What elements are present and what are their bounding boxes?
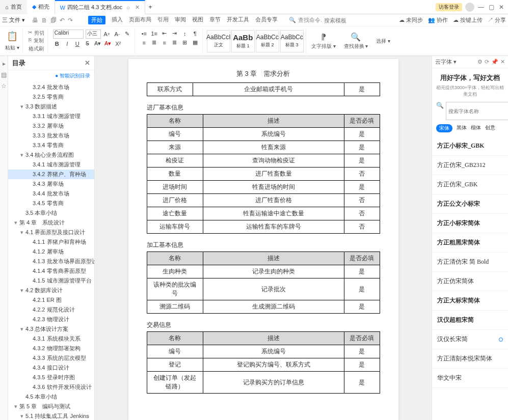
font-list-item[interactable]: 汉仪超粗宋简 [432, 311, 508, 330]
line-spacing-icon[interactable]: ↕ [181, 30, 189, 38]
italic-button[interactable]: I [63, 40, 71, 48]
indent-left-icon[interactable]: ⇤ [161, 30, 169, 38]
highlight-button[interactable]: A▾ [94, 40, 102, 48]
font-name-select[interactable]: Calibri [53, 30, 84, 39]
outline-item[interactable]: 3.4.5 零售商 [8, 199, 94, 208]
numbering-icon[interactable]: 1≡ [150, 30, 158, 38]
format-painter-label[interactable]: 格式刷 [29, 45, 44, 52]
font-color-button[interactable]: A▾ [104, 40, 112, 48]
outline-item[interactable]: 4.1.2 屠宰场 [8, 247, 94, 257]
outline-item[interactable]: 3.3.1 城市溯源管理 [8, 111, 94, 121]
preview-icon[interactable]: 🗐 [50, 17, 57, 24]
tab-home[interactable]: ⌂ 首页 [0, 0, 27, 14]
undo-icon[interactable]: ↶ [60, 17, 65, 24]
style-heading3[interactable]: AaBbCc标题 3 [280, 30, 304, 52]
outline-item[interactable]: ▾4.2 数据库设计 [8, 286, 94, 295]
outline-item[interactable]: 3.3.4 零售商 [8, 141, 94, 150]
tab-review[interactable]: 审阅 [175, 16, 186, 24]
copy-icon[interactable]: ⎘ [29, 37, 32, 44]
font-tab-creative[interactable]: 创意 [485, 124, 495, 132]
font-size-select[interactable]: 小三 [86, 30, 101, 39]
justify-icon[interactable]: ≣ [171, 39, 179, 47]
tab-pagelayout[interactable]: 页面布局 [129, 16, 151, 24]
sub-sup-button[interactable]: X² [114, 40, 122, 48]
font-list-item[interactable]: 方正仿宋_GB2312 [432, 156, 508, 175]
outline-item[interactable]: ▾3.3 数据描述 [8, 102, 94, 111]
bullets-icon[interactable]: •≡ [140, 30, 148, 38]
outline-item[interactable]: 3.4.1 城市溯源管理 [8, 160, 94, 170]
font-tab-hei[interactable]: 黑体 [457, 124, 467, 132]
outline-item[interactable]: 3.2.5 零售商 [8, 92, 94, 102]
font-list-item[interactable]: 方正清仿宋 简 Bold [432, 253, 508, 272]
tab-document-active[interactable]: W 四轮二组 4.3 文档.doc ○ ✕ [55, 0, 145, 14]
outline-item[interactable]: 3.4.2 养猪户、育种场 [8, 170, 94, 179]
sync-status[interactable]: ☁ 未同步 [399, 16, 423, 24]
align-right-icon[interactable]: ≡ [161, 39, 169, 47]
refresh-icon[interactable]: ⟳ [485, 59, 489, 65]
font-search-input[interactable] [446, 102, 508, 120]
font-list-item[interactable]: 方正粗黑宋简体 [432, 233, 508, 253]
bookmark-icon[interactable]: ☆ [1, 82, 7, 90]
font-list-item[interactable]: 方正仿宋_GBK [432, 175, 508, 194]
borders-icon[interactable]: ⊞ [181, 39, 189, 47]
document-area[interactable]: 第 3 章 需求分析 联系方式 企业邮箱或手机号 是 进厂基本信息 名称描述是否… [95, 56, 432, 420]
tab-view[interactable]: 视图 [192, 16, 203, 24]
underline-button[interactable]: U [73, 40, 82, 48]
avatar[interactable] [465, 3, 474, 12]
outline-item[interactable]: 3.5 本章小结 [8, 208, 94, 218]
style-normal[interactable]: AaBbCcI正文 [207, 30, 230, 52]
outline-item[interactable]: 3.2.4 批发市场 [8, 82, 94, 92]
tab-docer[interactable]: ◆ 稻壳 [27, 0, 55, 14]
cut-icon[interactable]: ✂ [28, 30, 32, 37]
font-list-item[interactable]: 方正清刻本悦宋简体 [432, 349, 508, 369]
collab-button[interactable]: 👥 协作 [428, 16, 448, 24]
close-window-icon[interactable]: ✕ [498, 4, 505, 11]
outline-item[interactable]: 4.3.2 物理部署架构 [8, 344, 94, 353]
find-replace[interactable]: 🔍 查找替换 ▾ [341, 29, 371, 54]
upload-button[interactable]: ☁ 按键上传 [453, 16, 483, 24]
outline-item[interactable]: 4.2.2 规范化设计 [8, 305, 94, 315]
outline-item[interactable]: 4.2.1 ER 图 [8, 295, 94, 305]
tab-section[interactable]: 章节 [209, 16, 221, 24]
maximize-icon[interactable]: ▢ [488, 4, 495, 11]
outline-toggle-icon[interactable]: ▤ [1, 71, 7, 78]
strike-button[interactable]: S̶ [84, 40, 92, 48]
outline-item[interactable]: ▾第 4 章 系统设计 [8, 218, 94, 228]
tab-developer[interactable]: 开发工具 [227, 16, 249, 24]
font-tab-song[interactable]: 宋体 [436, 124, 452, 132]
outline-item[interactable]: ▾3.4 核心业务流程图 [8, 150, 94, 160]
outline-item[interactable]: 4.1.5 城市溯源管理平台 [8, 276, 94, 286]
save-icon[interactable]: 🖶 [32, 17, 38, 24]
outline-item[interactable]: ▾第 5 章 编码与测试 [8, 402, 94, 411]
shading-icon[interactable]: ▦ [191, 39, 199, 47]
panel-title[interactable]: 云字体 ▾ [435, 58, 457, 66]
new-tab-button[interactable]: + [145, 4, 155, 11]
style-heading2[interactable]: AaBbCc标题 2 [256, 30, 279, 52]
pin-icon[interactable]: 📌 [491, 59, 498, 65]
template-search-input[interactable] [324, 17, 355, 23]
minimize-icon[interactable]: — [477, 4, 485, 11]
outline-close-icon[interactable]: ✕ [85, 59, 90, 67]
tab-start[interactable]: 开始 [88, 16, 105, 24]
print-icon[interactable]: 🗎 [41, 17, 47, 24]
outline-item[interactable]: ▾5.1 持续集成工具 Jenkins [8, 411, 94, 420]
show-marks-icon[interactable]: ¶ [191, 30, 199, 38]
smart-toc-link[interactable]: ● 智能识别目录 [8, 70, 94, 81]
font-list-item[interactable]: 汉仪长宋简 [432, 330, 508, 349]
indent-right-icon[interactable]: ⇥ [171, 30, 179, 38]
panel-close-icon[interactable]: ✕ [500, 59, 505, 65]
align-center-icon[interactable]: ≣ [150, 39, 158, 47]
outline-item[interactable]: 3.3.3 批发市场 [8, 131, 94, 141]
share-button[interactable]: ↗ 分享 [488, 16, 506, 24]
align-left-icon[interactable]: ≡ [140, 39, 148, 47]
decrease-font-icon[interactable]: A- [113, 30, 121, 38]
outline-item[interactable]: 4.3.6 软件开发环境设计 [8, 382, 94, 392]
outline-item[interactable]: 4.3.1 系统模块关系 [8, 334, 94, 344]
outline-item[interactable]: ▾4.1 界面原型及接口设计 [8, 228, 94, 237]
font-list-item[interactable]: 方正小标宋简体 [432, 214, 508, 233]
outline-item[interactable]: 4.1.3 批发市场界面原型设计 [8, 257, 94, 266]
tab-insert[interactable]: 插入 [112, 16, 123, 24]
font-list-item[interactable]: 方正大标宋简体 [432, 291, 508, 311]
outline-item[interactable]: 3.4.3 屠宰场 [8, 179, 94, 189]
bold-button[interactable]: B [53, 40, 61, 48]
